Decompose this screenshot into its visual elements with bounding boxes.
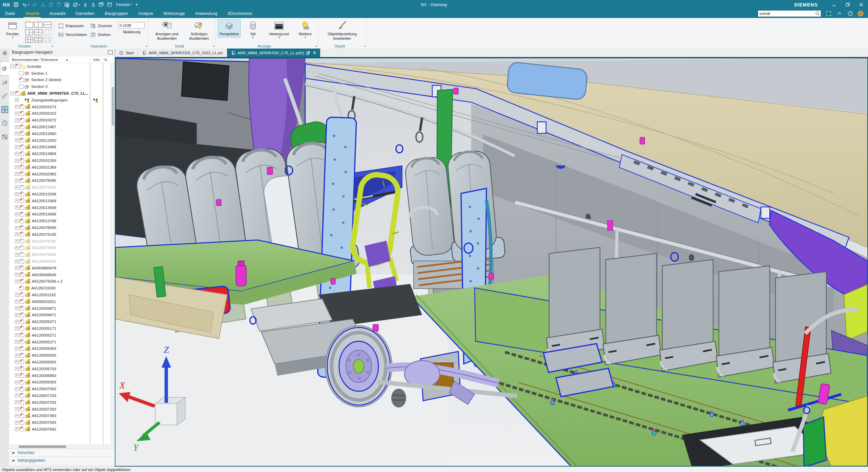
tree-row[interactable]: +✓A6120013768	[9, 218, 111, 224]
tree-row[interactable]: +✓A6120013268	[9, 191, 111, 197]
hintergrund-button[interactable]: Hintergrund ▾	[265, 19, 293, 40]
menu-auswahl[interactable]: Auswahl	[44, 9, 70, 18]
tree-checkbox[interactable]: ✓	[20, 414, 24, 418]
tree-expander[interactable]: +	[15, 414, 19, 418]
copy-icon[interactable]	[49, 2, 53, 7]
undo-icon[interactable]: ▾	[22, 2, 29, 7]
tree-expander[interactable]: +	[15, 313, 19, 317]
tree-checkbox[interactable]	[19, 84, 23, 89]
tree-row[interactable]: +✓A6120006693	[9, 359, 111, 365]
tree-checkbox[interactable]: ✓	[20, 111, 24, 116]
show-hide-icon[interactable]: ▾	[73, 2, 80, 7]
tree-checkbox[interactable]: ✓	[20, 105, 24, 109]
section-abhaengigkeiten[interactable]: ▶ Abhängigkeiten	[9, 456, 115, 464]
tree-expander[interactable]: +	[15, 199, 19, 203]
anzeigen-ausblenden-button[interactable]: Anzeigen und Ausblenden	[150, 19, 183, 42]
tree-row[interactable]: +✓A6120007493	[9, 412, 111, 419]
tree-row[interactable]: +✓A6120007193	[9, 392, 111, 399]
tree-expander[interactable]: +	[15, 266, 19, 270]
tree-row[interactable]: +✓A6120006493	[9, 345, 111, 352]
tree-row[interactable]: +✓A6120006593	[9, 352, 111, 359]
tree-row[interactable]: Section 3	[9, 83, 111, 90]
tree-row[interactable]: +✓A0069889478	[9, 265, 111, 271]
tree-expander[interactable]: +	[15, 320, 19, 324]
sidebar-item-assembly-navigator[interactable]	[0, 61, 10, 76]
tree-expander[interactable]: +	[15, 206, 19, 209]
tree-expander[interactable]: +	[15, 421, 19, 424]
tree-expander[interactable]: +	[15, 394, 19, 397]
tree-row[interactable]: ✓A6128210030	[9, 285, 111, 291]
verschieben-button[interactable]: Verschieben	[56, 30, 89, 39]
tree-row[interactable]: +✓A6120079295 x 2	[9, 278, 111, 285]
tree-checkbox[interactable]: ✓	[20, 252, 24, 257]
tree-checkbox[interactable]: ✓	[20, 266, 24, 270]
tree-row[interactable]: +✓A6120007593	[9, 419, 111, 426]
tree-row[interactable]: +✓A6120005071	[9, 318, 111, 325]
tree-row[interactable]: +✓A6120006793	[9, 365, 111, 372]
tree-expander[interactable]: +	[15, 179, 19, 183]
tree-checkbox[interactable]: ✓	[20, 165, 24, 169]
window-layout-icon[interactable]	[34, 29, 43, 36]
tree-row[interactable]: −✓ARR_MBM_SPRINTER_C75_LL...	[9, 90, 111, 97]
sidebar-item-tools[interactable]	[0, 130, 9, 144]
window-layout-icon[interactable]	[43, 36, 52, 43]
tree-expander[interactable]: +	[15, 300, 19, 303]
navigator-column-header[interactable]: Beschreibender Teilename ▲ Info S..	[9, 56, 115, 63]
tree-row[interactable]: −✓Schnitte	[9, 63, 111, 70]
tree-expander[interactable]: +	[15, 273, 19, 277]
close-button[interactable]	[854, 0, 868, 9]
tree-checkbox[interactable]: ✓	[20, 246, 24, 250]
tree-checkbox[interactable]: ✓	[19, 286, 23, 290]
resource-settings-gear-icon[interactable]	[2, 51, 7, 57]
tree-checkbox[interactable]: ✓	[20, 185, 24, 190]
redo-icon[interactable]	[32, 2, 38, 7]
menu-3dconnexion[interactable]: 3Dconnexion	[222, 9, 257, 18]
stil-button[interactable]: Stil ▾	[242, 19, 263, 40]
magenta-clamp[interactable]	[607, 221, 613, 231]
tree-expander[interactable]: +	[15, 232, 19, 236]
tab-start[interactable]: Start	[115, 49, 138, 57]
tab-close-icon[interactable]: ✕	[313, 51, 316, 55]
tree-checkbox[interactable]	[19, 71, 23, 75]
tree-row[interactable]: +✓A6120004971	[9, 311, 111, 318]
tree-checkbox[interactable]: ✓	[20, 320, 24, 324]
tree-checkbox[interactable]: ✓	[20, 178, 24, 183]
group-dialog-caret[interactable]: ▾	[213, 45, 214, 48]
group-dialog-caret[interactable]: ▾	[364, 45, 365, 48]
skalierung-input[interactable]	[118, 22, 145, 29]
tree-expander[interactable]: +	[15, 112, 19, 115]
column-s[interactable]: S..	[103, 58, 111, 62]
customize-qat-caret[interactable]: ▼	[135, 3, 138, 6]
tree-expander[interactable]: +	[15, 333, 19, 337]
section-vorschau[interactable]: ▶ Vorschau	[9, 449, 115, 456]
datum-icon[interactable]	[64, 2, 70, 7]
tree-row[interactable]: +✓A6120013060	[9, 130, 111, 137]
group-dialog-caret[interactable]: ▾	[52, 45, 53, 48]
tree-checkbox[interactable]: ✓	[20, 380, 24, 384]
assembly-tree[interactable]: −✓SchnitteSection 1✓Section 2 (Arbeit)Se…	[9, 63, 115, 445]
tree-row[interactable]: +✓A0039948545	[9, 271, 111, 278]
tree-checkbox[interactable]: ✓	[20, 145, 24, 149]
user-avatar[interactable]	[858, 11, 863, 16]
menu-datei[interactable]: Datei	[0, 9, 20, 18]
tree-checkbox[interactable]: ✓	[20, 205, 24, 210]
tree-row[interactable]: +✓A6120004871	[9, 305, 111, 312]
tree-checkbox[interactable]: ✓	[19, 78, 23, 82]
window-cascade-icon[interactable]	[98, 2, 104, 7]
tree-expander[interactable]: +	[15, 340, 19, 344]
objektdarstellung-button[interactable]: Objektdarstellung bearbeiten	[320, 19, 364, 42]
tree-checkbox[interactable]: ✓	[20, 400, 24, 404]
tree-row[interactable]: +✓A6120007693	[9, 426, 111, 433]
tree-checkbox[interactable]: ✓	[20, 299, 24, 304]
tree-checkbox[interactable]: ✓	[20, 219, 24, 223]
tree-row[interactable]: Section 1	[9, 70, 111, 77]
menu-analyse[interactable]: Analyse	[133, 9, 158, 18]
tree-row[interactable]: +✓A6120079995	[9, 251, 111, 258]
fullscreen-icon[interactable]	[825, 10, 832, 17]
tree-expander[interactable]: +	[15, 192, 19, 196]
tree-checkbox[interactable]: ✓	[20, 427, 24, 431]
tree-row[interactable]: +✓A6120079795	[9, 238, 111, 245]
tree-expander[interactable]: +	[15, 132, 19, 135]
zoomen-button[interactable]: Zoomen	[89, 21, 114, 30]
tree-row[interactable]: +✓A6120005271	[9, 332, 111, 339]
